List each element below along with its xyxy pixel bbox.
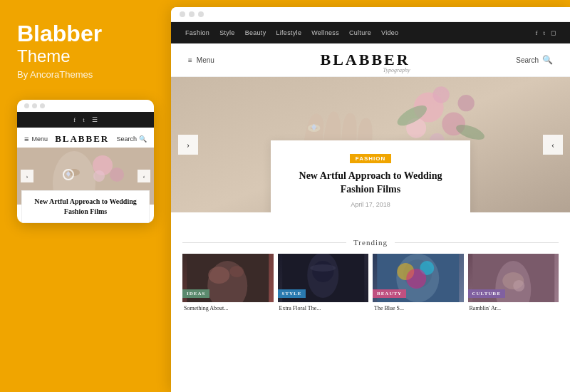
- desktop-facebook-icon[interactable]: f: [535, 29, 537, 36]
- trending-card-3[interactable]: BEAUTY The Blue S...: [373, 254, 464, 312]
- desktop-twitter-icon[interactable]: t: [543, 29, 545, 36]
- trending-badge-1: IDEAS: [182, 289, 209, 298]
- desktop-dot-3: [198, 11, 204, 17]
- mobile-prev-arrow[interactable]: ›: [21, 170, 33, 182]
- desktop-menu-label: Menu: [197, 56, 214, 64]
- trending-badge-3: BEAUTY: [373, 289, 406, 298]
- mobile-search-label: Search: [116, 135, 137, 143]
- desktop-hero-slider: › ‹ FASHION New Artful Approach to Weddi…: [171, 77, 570, 212]
- brand-title: Blabber: [17, 21, 102, 46]
- desktop-logo: BLABBER Typography: [321, 51, 410, 69]
- desktop-next-arrow[interactable]: ‹: [543, 135, 563, 155]
- svg-point-16: [458, 95, 475, 111]
- svg-point-34: [406, 269, 426, 289]
- mobile-header: ≡ Menu BLABBER Search 🔍: [17, 128, 154, 148]
- mobile-mockup: f t ☰ ≡ Menu BLABBER Search 🔍: [17, 100, 154, 223]
- trending-card-2[interactable]: STYLE Extra Floral The...: [278, 254, 369, 312]
- mobile-twitter-icon: t: [83, 116, 85, 123]
- trending-header: Trending: [182, 238, 559, 247]
- desktop-instagram-icon[interactable]: ◻: [551, 29, 556, 36]
- mobile-search-button[interactable]: Search 🔍: [116, 135, 147, 143]
- trending-title-2: Extra Floral The...: [278, 302, 369, 312]
- mobile-browser-bar: [17, 100, 154, 112]
- trending-card-4[interactable]: CULTURE Ramblin' Ar...: [468, 254, 559, 312]
- desktop-dot-1: [180, 11, 185, 17]
- desktop-mockup: Fashion Style Beauty Lifestyle Wellness …: [171, 7, 570, 392]
- nav-video[interactable]: Video: [381, 29, 398, 36]
- brand-by: By AncoraThemes: [17, 69, 93, 80]
- desktop-search-icon: 🔍: [542, 55, 553, 65]
- desktop-nav-social: f t ◻: [535, 29, 556, 36]
- mobile-card-title: New Artful Approach to Wedding Fashion F…: [29, 197, 142, 217]
- trending-section: Trending IDEAS Something About...: [171, 212, 570, 392]
- svg-point-38: [513, 280, 524, 292]
- trending-badge-2: STYLE: [278, 289, 306, 298]
- svg-point-3: [110, 167, 124, 182]
- desktop-header: ≡ Menu BLABBER Typography Search 🔍: [171, 43, 570, 77]
- desktop-browser-bar: [171, 7, 570, 22]
- desktop-nav-links: Fashion Style Beauty Lifestyle Wellness …: [185, 29, 398, 36]
- nav-wellness[interactable]: Wellness: [311, 29, 339, 36]
- hero-card-title: New Artful Approach to Wedding Fashion F…: [288, 169, 453, 197]
- desktop-search-area[interactable]: Search 🔍: [516, 55, 553, 65]
- mobile-dot-1: [24, 103, 29, 108]
- svg-point-24: [229, 266, 244, 277]
- mobile-search-icon: 🔍: [139, 135, 147, 143]
- desktop-menu-area[interactable]: ≡ Menu: [188, 56, 214, 64]
- svg-point-23: [208, 267, 229, 284]
- brand-subtitle: Theme: [17, 46, 71, 66]
- mobile-hero-card: New Artful Approach to Wedding Fashion F…: [21, 190, 150, 223]
- mobile-menu-label: Menu: [31, 135, 48, 143]
- desktop-dot-2: [189, 11, 195, 17]
- desktop-logo-sub: Typography: [383, 67, 410, 73]
- mobile-logo: BLABBER: [48, 133, 117, 145]
- svg-point-4: [93, 170, 105, 182]
- nav-beauty[interactable]: Beauty: [245, 29, 266, 36]
- mobile-facebook-icon: f: [73, 116, 76, 123]
- mobile-next-arrow[interactable]: ‹: [138, 170, 150, 182]
- hero-card-date: April 17, 2018: [288, 201, 453, 208]
- nav-lifestyle[interactable]: Lifestyle: [276, 29, 301, 36]
- nav-culture[interactable]: Culture: [349, 29, 371, 36]
- trending-card-1[interactable]: IDEAS Something About...: [182, 254, 274, 312]
- svg-point-28: [310, 264, 336, 272]
- trending-title-1: Something About...: [182, 302, 274, 312]
- mobile-dot-3: [40, 103, 45, 108]
- desktop-hero-card: FASHION New Artful Approach to Wedding F…: [271, 140, 470, 212]
- trending-line-right: [395, 242, 559, 243]
- trending-line-left: [182, 242, 346, 243]
- desktop-nav: Fashion Style Beauty Lifestyle Wellness …: [171, 22, 570, 43]
- left-panel: Blabber Theme By AncoraThemes f t ☰ ≡ Me…: [0, 0, 171, 392]
- mobile-instagram-icon: ☰: [92, 116, 98, 123]
- trending-grid: IDEAS Something About... STYLE Extra Flo…: [182, 254, 559, 312]
- mobile-menu-button[interactable]: ≡ Menu: [24, 135, 48, 143]
- trending-badge-4: CULTURE: [468, 289, 506, 298]
- nav-fashion[interactable]: Fashion: [185, 29, 209, 36]
- mobile-dot-2: [32, 103, 37, 108]
- trending-title-3: The Blue S...: [373, 302, 464, 312]
- hamburger-icon: ≡: [24, 135, 28, 143]
- desktop-prev-arrow[interactable]: ›: [178, 135, 198, 155]
- mobile-nav-bar: f t ☰: [17, 112, 154, 128]
- desktop-search-label: Search: [516, 56, 539, 64]
- trending-label: Trending: [353, 238, 388, 247]
- svg-point-15: [433, 86, 450, 103]
- trending-title-4: Ramblin' Ar...: [468, 302, 559, 312]
- hero-badge: FASHION: [350, 154, 392, 163]
- desktop-hamburger-icon: ≡: [188, 56, 192, 64]
- nav-style[interactable]: Style: [219, 29, 235, 36]
